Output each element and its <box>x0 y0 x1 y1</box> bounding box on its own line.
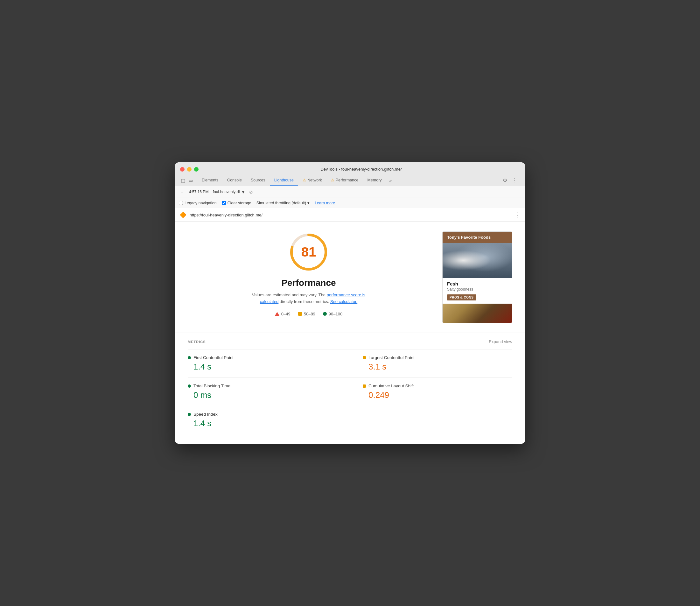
minimize-button[interactable] <box>187 167 192 171</box>
preview-card: Tony's Favorite Foods Fesh Salty goodnes… <box>442 231 512 323</box>
fcp-value: 1.4 s <box>188 362 337 372</box>
calculator-link[interactable]: See calculator. <box>330 299 357 304</box>
timestamp-display: 4:57:16 PM – foul-heavenly-di ▼ <box>189 189 245 194</box>
score-legend: 0–49 50–89 90–100 <box>275 311 342 317</box>
metrics-header: METRICS Expand view <box>188 333 512 349</box>
main-content: 81 Performance Values are estimated and … <box>175 222 525 333</box>
metric-cls: Cumulative Layout Shift 0.249 <box>350 378 512 406</box>
url-more-icon[interactable]: ⋮ <box>514 211 521 218</box>
card-header: Tony's Favorite Foods <box>442 232 512 243</box>
fcp-label: First Contentful Paint <box>193 355 234 360</box>
tab-sources[interactable]: Sources <box>246 176 270 186</box>
devtools-tabs: ⬚ ▭ Elements Console Sources Lighthouse … <box>180 175 520 186</box>
warning-icon-network: ⚠ <box>303 178 306 182</box>
lcp-label: Largest Contentful Paint <box>368 355 415 360</box>
fcp-status-icon <box>188 356 191 359</box>
lcp-status-icon <box>363 356 366 359</box>
clear-storage-group: Clear storage <box>222 201 251 205</box>
warning-icon-performance: ⚠ <box>331 178 334 182</box>
metric-fcp: First Contentful Paint 1.4 s <box>188 349 350 378</box>
metrics-section: METRICS Expand view First Contentful Pai… <box>175 333 525 444</box>
throttling-select[interactable]: Simulated throttling (default) ▾ <box>257 201 310 205</box>
poor-indicator-icon <box>275 312 280 316</box>
si-value: 1.4 s <box>188 419 337 428</box>
card-image2 <box>442 304 512 323</box>
si-label: Speed Index <box>193 412 218 417</box>
metrics-grid: First Contentful Paint 1.4 s Largest Con… <box>188 349 512 434</box>
legacy-navigation-checkbox[interactable] <box>179 201 183 205</box>
traffic-lights <box>180 167 198 171</box>
tab-network[interactable]: ⚠ Network <box>298 176 327 186</box>
tab-console[interactable]: Console <box>223 176 246 186</box>
toolbar: + 4:57:16 PM – foul-heavenly-di ▼ ⊘ <box>175 186 525 198</box>
add-button[interactable]: + <box>179 189 185 195</box>
titlebar: DevTools - foul-heavenly-direction.glitc… <box>175 162 525 186</box>
cls-value: 0.249 <box>363 390 512 400</box>
score-section: 81 Performance Values are estimated and … <box>188 231 430 323</box>
card-image <box>442 243 512 278</box>
clear-storage-label: Clear storage <box>227 201 251 205</box>
no-entry-icon[interactable]: ⊘ <box>249 189 253 194</box>
more-options-icon[interactable]: ⋮ <box>510 175 520 186</box>
metric-lcp: Largest Contentful Paint 3.1 s <box>350 349 512 378</box>
score-label: Performance <box>281 278 336 288</box>
metric-tbt: Total Blocking Time 0 ms <box>188 378 350 406</box>
card-item-subtitle: Salty goodness <box>447 287 507 292</box>
score-description: Values are estimated and may vary. The p… <box>248 292 369 305</box>
settings-gear-icon[interactable]: ⚙ <box>500 175 510 186</box>
card-body: Fesh Salty goodness PROS & CONS <box>442 278 512 304</box>
average-indicator-icon <box>298 312 302 316</box>
url-text: https://foul-heavenly-direction.glitch.m… <box>190 213 511 217</box>
cls-status-icon <box>363 384 366 388</box>
tab-memory[interactable]: Memory <box>363 176 386 186</box>
score-ring: 81 <box>288 231 329 273</box>
score-value: 81 <box>301 244 316 260</box>
learn-more-link[interactable]: Learn more <box>315 201 335 205</box>
legend-poor: 0–49 <box>275 311 290 317</box>
fish-photo <box>442 243 512 278</box>
more-tabs-button[interactable]: » <box>386 176 395 186</box>
cls-label: Cumulative Layout Shift <box>368 383 414 388</box>
url-bar: 🔶 https://foul-heavenly-direction.glitch… <box>175 208 525 222</box>
expand-view-button[interactable]: Expand view <box>489 339 512 344</box>
throttle-dropdown-icon: ▾ <box>307 201 310 205</box>
legacy-navigation-group: Legacy navigation <box>179 201 217 205</box>
devtools-window: DevTools - foul-heavenly-direction.glitc… <box>175 162 525 444</box>
metrics-section-label: METRICS <box>188 340 206 344</box>
tab-lighthouse[interactable]: Lighthouse <box>270 176 298 186</box>
options-bar: Legacy navigation Clear storage Simulate… <box>175 198 525 208</box>
timestamp-dropdown[interactable]: ▼ <box>241 189 245 194</box>
clear-storage-checkbox[interactable] <box>222 201 226 205</box>
legacy-navigation-label: Legacy navigation <box>185 201 217 205</box>
tbt-status-icon <box>188 384 191 388</box>
tbt-label: Total Blocking Time <box>193 383 231 388</box>
legend-average: 50–89 <box>298 311 315 317</box>
lcp-value: 3.1 s <box>363 362 512 372</box>
good-indicator-icon <box>323 312 327 316</box>
legend-good: 90–100 <box>323 311 342 317</box>
close-button[interactable] <box>180 167 185 171</box>
tab-performance[interactable]: ⚠ Performance <box>327 176 363 186</box>
window-title: DevTools - foul-heavenly-direction.glitc… <box>202 167 520 171</box>
tab-elements[interactable]: Elements <box>197 176 223 186</box>
metric-si: Speed Index 1.4 s <box>188 406 350 434</box>
si-status-icon <box>188 413 191 416</box>
card-item-title: Fesh <box>447 281 507 286</box>
pros-cons-button[interactable]: PROS & CONS <box>447 295 476 300</box>
tbt-value: 0 ms <box>188 390 337 400</box>
device-icon[interactable]: ▭ <box>188 178 193 183</box>
maximize-button[interactable] <box>194 167 198 171</box>
page-icon: 🔶 <box>179 211 187 218</box>
cursor-icon[interactable]: ⬚ <box>180 178 186 183</box>
